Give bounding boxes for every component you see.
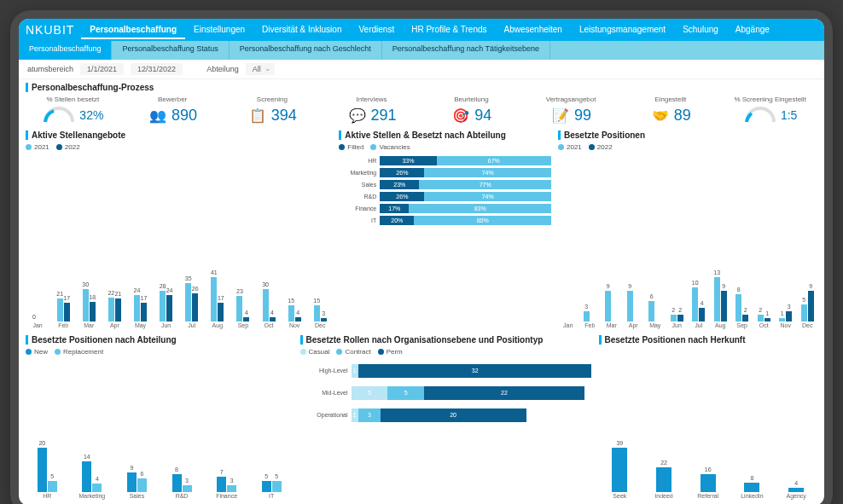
bar-chart: 39Seek22Indeed16Referral8LinkedIn4Agency bbox=[599, 346, 818, 502]
date-to[interactable]: 12/31/2022 bbox=[131, 63, 183, 75]
hbar-row: Marketing26%74% bbox=[339, 168, 551, 177]
process-title: Personalbeschaffung-Prozess bbox=[26, 83, 817, 92]
kpi-label: Screening bbox=[227, 96, 318, 103]
target-icon: 🎯 bbox=[451, 105, 471, 125]
filter-bar: atumsbereich 1/1/2021 12/31/2022 Abteilu… bbox=[19, 60, 824, 79]
subnav-item[interactable]: Personalbeschaffung Status bbox=[112, 41, 229, 60]
bar-group: Jan bbox=[558, 275, 578, 328]
kpi-card: Eingestellt🤝89 bbox=[624, 94, 718, 127]
bar-group: 153Dec bbox=[308, 275, 332, 328]
dept-select[interactable]: All bbox=[246, 63, 275, 75]
screen: NKUBIT PersonalbeschaffungEinstellungenD… bbox=[19, 19, 824, 504]
bar-group: 154Nov bbox=[282, 275, 306, 328]
handshake-icon: 🤝 bbox=[650, 105, 671, 125]
bar-group: 39Seek bbox=[599, 446, 642, 499]
chart-title: Besetzte Positionen nach Herkunft bbox=[599, 335, 818, 345]
legend-item: Replacement bbox=[55, 348, 103, 356]
bar-group: 205HR bbox=[26, 446, 69, 499]
top-nav: NKUBIT PersonalbeschaffungEinstellungenD… bbox=[19, 19, 824, 41]
bar-group: 6May bbox=[645, 275, 666, 328]
chart-title: Besetzte Positionen bbox=[558, 130, 817, 140]
chart-legend: 20212022 bbox=[26, 142, 332, 153]
dept-label: Abteilung bbox=[206, 65, 239, 73]
legend-item: New bbox=[26, 348, 48, 356]
hbar-chart: HR33%67%Marketing26%74%Sales23%77%R&D26%… bbox=[339, 153, 551, 229]
bar-group: 304Oct bbox=[257, 275, 281, 328]
bar-group: 3018Mar bbox=[77, 275, 101, 328]
subnav-item[interactable]: Personalbeschaffung bbox=[19, 41, 112, 60]
chart-aktive-stellenangebote: Aktive Stellenangebote 20212022 0Jan2117… bbox=[26, 130, 332, 332]
bar-group: 22Indeed bbox=[642, 446, 685, 499]
hbar-row: Finance17%83% bbox=[339, 204, 551, 213]
people-icon: 👥 bbox=[148, 105, 168, 125]
topnav-item[interactable]: Diversität & Inklusion bbox=[253, 21, 350, 39]
chart-besetzt-nach-herkunft: Besetzte Positionen nach Herkunft 39Seek… bbox=[599, 335, 818, 502]
hbar-row: R&D26%74% bbox=[339, 192, 551, 201]
bar-chart: Jan3Feb9Mar9Apr6May22Jun104Jul139Aug82Se… bbox=[558, 153, 817, 332]
hbar-row: Operational1320 bbox=[300, 408, 592, 422]
bar-group: 0Jan bbox=[26, 275, 49, 328]
kpi-label: Bewerber bbox=[127, 96, 218, 103]
hbar-row: High-Level132 bbox=[300, 364, 592, 378]
bar-group: 139Aug bbox=[711, 275, 731, 328]
bar-chart: 0Jan2117Feb3018Mar2221Apr2417May2824Jun3… bbox=[26, 153, 332, 332]
bar-group: 96Sales bbox=[115, 446, 159, 499]
kpi-label: Vertragsangebot bbox=[526, 96, 617, 103]
chart-legend: 20212022 bbox=[558, 142, 817, 153]
brand-logo: NKUBIT bbox=[26, 23, 74, 37]
date-range-label: atumsbereich bbox=[27, 65, 73, 73]
topnav-item[interactable]: HR Profile & Trends bbox=[403, 21, 495, 39]
topnav-item[interactable]: Abwesenheiten bbox=[496, 21, 571, 39]
hbar-row: Sales23%77% bbox=[339, 180, 551, 189]
legend-item: Casual bbox=[300, 348, 330, 356]
kpi-row: % Stellen besetzt32%Bewerber👥890Screenin… bbox=[26, 94, 817, 127]
legend-item: Vacancies bbox=[370, 143, 410, 151]
bar-group: 82Sep bbox=[732, 275, 753, 328]
topnav-item[interactable]: Abgänge bbox=[727, 21, 778, 39]
gauge-icon bbox=[42, 105, 76, 125]
process-section: Personalbeschaffung-Prozess % Stellen be… bbox=[26, 83, 817, 127]
bar-group: 55IT bbox=[250, 446, 294, 499]
legend-item: 2022 bbox=[56, 143, 80, 151]
bar-group: 8LinkedIn bbox=[731, 446, 774, 499]
bar-group: 13Nov bbox=[776, 275, 796, 328]
tablet-frame: NKUBIT PersonalbeschaffungEinstellungenD… bbox=[10, 10, 833, 504]
hbar-row: Mid-Level5522 bbox=[300, 386, 592, 400]
kpi-card: Interviews💬291 bbox=[324, 94, 419, 127]
kpi-card: Beurteilung🎯94 bbox=[424, 94, 519, 127]
hbar-row: HR33%67% bbox=[339, 156, 551, 165]
chart-aktive-besetzt-abteilung: Aktive Stellen & Besetzt nach Abteilung … bbox=[339, 130, 551, 332]
bar-group: 59Dec bbox=[798, 275, 818, 328]
gauge-icon bbox=[743, 105, 777, 125]
chat-icon: 💬 bbox=[347, 105, 368, 125]
legend-item: Perm bbox=[378, 348, 403, 356]
kpi-card: Screening📋394 bbox=[225, 94, 320, 127]
bar-chart: 205HR144Marketing96Sales83R&D73Finance55… bbox=[26, 357, 294, 502]
bar-group: 234Sep bbox=[231, 275, 255, 328]
topnav-item[interactable]: Einstellungen bbox=[185, 21, 253, 39]
chart-title: Besetzte Positionen nach Abteilung bbox=[26, 335, 294, 345]
legend-item: Filled bbox=[339, 143, 363, 151]
topnav-item[interactable]: Verdienst bbox=[350, 21, 403, 39]
topnav-item[interactable]: Personalbeschaffung bbox=[81, 21, 185, 39]
legend-item: 2022 bbox=[589, 143, 613, 151]
kpi-label: Interviews bbox=[326, 96, 417, 103]
topnav-item[interactable]: Leistungsmanagement bbox=[571, 21, 674, 39]
kpi-label: Beurteilung bbox=[426, 96, 517, 103]
chart-legend: FilledVacancies bbox=[339, 142, 551, 153]
sub-nav: PersonalbeschaffungPersonalbeschaffung S… bbox=[19, 41, 824, 60]
chart-legend: NewReplacement bbox=[26, 346, 294, 357]
subnav-item[interactable]: Personalbeschaffung nach Tätigkeitsebene bbox=[382, 41, 550, 60]
topnav-item[interactable]: Schulung bbox=[674, 21, 727, 39]
kpi-label: Eingestellt bbox=[625, 96, 717, 103]
subnav-item[interactable]: Personalbeschaffung nach Geschlecht bbox=[230, 41, 382, 60]
chart-title: Besetzte Rollen nach Organisationsebene … bbox=[300, 335, 592, 345]
bar-group: 2417May bbox=[128, 275, 152, 328]
bar-group: 16Referral bbox=[687, 446, 730, 499]
chart-title: Aktive Stellenangebote bbox=[26, 130, 332, 140]
date-from[interactable]: 1/1/2021 bbox=[80, 63, 124, 75]
bar-group: 4Agency bbox=[775, 446, 817, 499]
kpi-label: % Screening Eingestellt bbox=[724, 96, 816, 103]
contract-icon: 📝 bbox=[550, 105, 571, 125]
bar-group: 83R&D bbox=[160, 446, 204, 499]
